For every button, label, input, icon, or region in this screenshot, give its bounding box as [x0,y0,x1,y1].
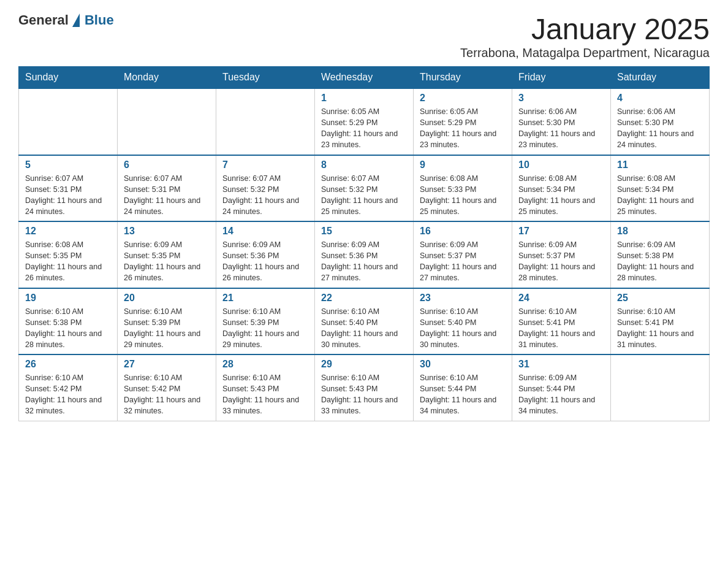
calendar-cell: 6Sunrise: 6:07 AMSunset: 5:31 PMDaylight… [118,155,216,222]
calendar-cell: 7Sunrise: 6:07 AMSunset: 5:32 PMDaylight… [216,155,315,222]
day-number: 2 [420,93,506,104]
day-info: Sunrise: 6:10 AMSunset: 5:41 PMDaylight:… [518,306,604,351]
calendar-cell: 17Sunrise: 6:09 AMSunset: 5:37 PMDayligh… [512,221,611,288]
calendar-cell [216,88,315,155]
day-info: Sunrise: 6:09 AMSunset: 5:35 PMDaylight:… [124,239,210,284]
day-info: Sunrise: 6:07 AMSunset: 5:32 PMDaylight:… [321,173,407,218]
calendar-cell: 23Sunrise: 6:10 AMSunset: 5:40 PMDayligh… [414,288,512,355]
day-number: 19 [25,293,111,304]
week-row-3: 12Sunrise: 6:08 AMSunset: 5:35 PMDayligh… [19,221,710,288]
day-info: Sunrise: 6:10 AMSunset: 5:41 PMDaylight:… [617,306,703,351]
logo-triangle-icon [72,13,80,27]
day-number: 18 [617,226,703,237]
logo-text-blue: Blue [85,12,114,28]
day-number: 29 [321,359,407,370]
day-info: Sunrise: 6:09 AMSunset: 5:44 PMDaylight:… [518,372,604,417]
column-header-saturday: Saturday [611,67,710,89]
calendar-cell: 3Sunrise: 6:06 AMSunset: 5:30 PMDaylight… [512,88,611,155]
calendar-cell: 16Sunrise: 6:09 AMSunset: 5:37 PMDayligh… [414,221,512,288]
day-info: Sunrise: 6:10 AMSunset: 5:44 PMDaylight:… [420,372,506,417]
day-number: 11 [617,159,703,170]
calendar-cell: 5Sunrise: 6:07 AMSunset: 5:31 PMDaylight… [19,155,118,222]
calendar-cell: 22Sunrise: 6:10 AMSunset: 5:40 PMDayligh… [315,288,414,355]
day-number: 9 [420,159,506,170]
calendar-cell: 10Sunrise: 6:08 AMSunset: 5:34 PMDayligh… [512,155,611,222]
day-number: 14 [222,226,308,237]
calendar-cell: 4Sunrise: 6:06 AMSunset: 5:30 PMDaylight… [611,88,710,155]
day-info: Sunrise: 6:09 AMSunset: 5:36 PMDaylight:… [321,239,407,284]
week-row-5: 26Sunrise: 6:10 AMSunset: 5:42 PMDayligh… [19,354,710,421]
day-number: 4 [617,93,703,104]
day-number: 12 [25,226,111,237]
calendar-cell: 9Sunrise: 6:08 AMSunset: 5:33 PMDaylight… [414,155,512,222]
day-number: 20 [124,293,210,304]
calendar-cell: 19Sunrise: 6:10 AMSunset: 5:38 PMDayligh… [19,288,118,355]
calendar-cell: 29Sunrise: 6:10 AMSunset: 5:43 PMDayligh… [315,354,414,421]
day-info: Sunrise: 6:10 AMSunset: 5:38 PMDaylight:… [25,306,111,351]
day-info: Sunrise: 6:10 AMSunset: 5:42 PMDaylight:… [25,372,111,417]
day-info: Sunrise: 6:06 AMSunset: 5:30 PMDaylight:… [518,106,604,151]
calendar-cell: 11Sunrise: 6:08 AMSunset: 5:34 PMDayligh… [611,155,710,222]
calendar-cell: 12Sunrise: 6:08 AMSunset: 5:35 PMDayligh… [19,221,118,288]
calendar-cell: 1Sunrise: 6:05 AMSunset: 5:29 PMDaylight… [315,88,414,155]
day-info: Sunrise: 6:10 AMSunset: 5:39 PMDaylight:… [222,306,308,351]
day-info: Sunrise: 6:10 AMSunset: 5:40 PMDaylight:… [321,306,407,351]
calendar-cell: 14Sunrise: 6:09 AMSunset: 5:36 PMDayligh… [216,221,315,288]
day-info: Sunrise: 6:07 AMSunset: 5:31 PMDaylight:… [25,173,111,218]
calendar-cell [19,88,118,155]
calendar-cell [611,354,710,421]
day-info: Sunrise: 6:10 AMSunset: 5:42 PMDaylight:… [124,372,210,417]
day-number: 6 [124,159,210,170]
day-info: Sunrise: 6:10 AMSunset: 5:39 PMDaylight:… [124,306,210,351]
calendar-cell: 15Sunrise: 6:09 AMSunset: 5:36 PMDayligh… [315,221,414,288]
calendar-cell: 13Sunrise: 6:09 AMSunset: 5:35 PMDayligh… [118,221,216,288]
day-info: Sunrise: 6:09 AMSunset: 5:38 PMDaylight:… [617,239,703,284]
day-info: Sunrise: 6:05 AMSunset: 5:29 PMDaylight:… [420,106,506,151]
day-info: Sunrise: 6:07 AMSunset: 5:31 PMDaylight:… [124,173,210,218]
day-info: Sunrise: 6:06 AMSunset: 5:30 PMDaylight:… [617,106,703,151]
calendar-cell: 30Sunrise: 6:10 AMSunset: 5:44 PMDayligh… [414,354,512,421]
day-number: 13 [124,226,210,237]
week-row-1: 1Sunrise: 6:05 AMSunset: 5:29 PMDaylight… [19,88,710,155]
day-info: Sunrise: 6:08 AMSunset: 5:35 PMDaylight:… [25,239,111,284]
header: General Blue January 2025 Terrabona, Mat… [18,12,710,60]
day-info: Sunrise: 6:09 AMSunset: 5:37 PMDaylight:… [518,239,604,284]
day-info: Sunrise: 6:10 AMSunset: 5:43 PMDaylight:… [321,372,407,417]
logo-text-general: General [18,12,69,28]
logo: General Blue [18,12,114,28]
day-number: 10 [518,159,604,170]
day-info: Sunrise: 6:08 AMSunset: 5:33 PMDaylight:… [420,173,506,218]
calendar-cell: 18Sunrise: 6:09 AMSunset: 5:38 PMDayligh… [611,221,710,288]
calendar-cell: 2Sunrise: 6:05 AMSunset: 5:29 PMDaylight… [414,88,512,155]
day-number: 27 [124,359,210,370]
day-info: Sunrise: 6:10 AMSunset: 5:43 PMDaylight:… [222,372,308,417]
day-number: 28 [222,359,308,370]
day-info: Sunrise: 6:05 AMSunset: 5:29 PMDaylight:… [321,106,407,151]
title-area: January 2025 Terrabona, Matagalpa Depart… [460,12,710,60]
week-row-2: 5Sunrise: 6:07 AMSunset: 5:31 PMDaylight… [19,155,710,222]
calendar-title: January 2025 [460,12,710,46]
day-number: 3 [518,93,604,104]
day-number: 23 [420,293,506,304]
column-header-thursday: Thursday [414,67,512,89]
day-number: 25 [617,293,703,304]
calendar-cell: 24Sunrise: 6:10 AMSunset: 5:41 PMDayligh… [512,288,611,355]
day-info: Sunrise: 6:07 AMSunset: 5:32 PMDaylight:… [222,173,308,218]
day-number: 17 [518,226,604,237]
day-number: 8 [321,159,407,170]
calendar-cell: 27Sunrise: 6:10 AMSunset: 5:42 PMDayligh… [118,354,216,421]
day-number: 21 [222,293,308,304]
calendar-cell: 26Sunrise: 6:10 AMSunset: 5:42 PMDayligh… [19,354,118,421]
day-info: Sunrise: 6:09 AMSunset: 5:36 PMDaylight:… [222,239,308,284]
calendar-cell: 21Sunrise: 6:10 AMSunset: 5:39 PMDayligh… [216,288,315,355]
day-number: 16 [420,226,506,237]
calendar-cell: 8Sunrise: 6:07 AMSunset: 5:32 PMDaylight… [315,155,414,222]
column-header-monday: Monday [118,67,216,89]
day-info: Sunrise: 6:09 AMSunset: 5:37 PMDaylight:… [420,239,506,284]
calendar-cell: 20Sunrise: 6:10 AMSunset: 5:39 PMDayligh… [118,288,216,355]
column-header-friday: Friday [512,67,611,89]
day-number: 22 [321,293,407,304]
column-header-tuesday: Tuesday [216,67,315,89]
day-info: Sunrise: 6:10 AMSunset: 5:40 PMDaylight:… [420,306,506,351]
calendar-header-row: SundayMondayTuesdayWednesdayThursdayFrid… [19,67,710,89]
